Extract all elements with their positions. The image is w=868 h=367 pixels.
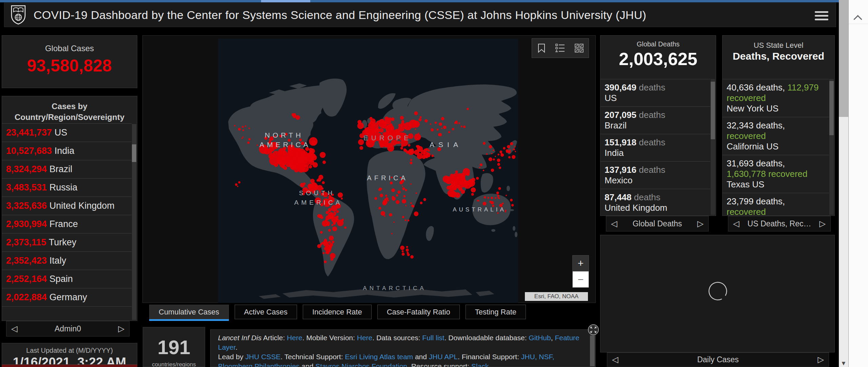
credits-line-2: Lead by JHU CSSE. Technical Support: Esr… bbox=[218, 352, 588, 367]
state-row[interactable]: 23,799 deaths, recovered Florida US bbox=[723, 193, 829, 216]
death-row[interactable]: 137,916 deaths Mexico bbox=[600, 162, 710, 189]
credit-link[interactable]: Here bbox=[287, 334, 302, 342]
state-row[interactable]: 32,343 deaths, recovered California US bbox=[723, 117, 829, 155]
global-deaths-pager: ◁ Global Deaths ▷ bbox=[606, 216, 709, 231]
svg-text:AUSTRALIA: AUSTRALIA bbox=[453, 206, 506, 213]
map-attribution: Esri, FAO, NOAA bbox=[525, 292, 588, 301]
map-tab[interactable]: Incidence Rate bbox=[303, 305, 372, 319]
countries-count-label: countries/regions bbox=[143, 361, 205, 367]
credit-link[interactable]: Full list bbox=[422, 334, 444, 342]
credit-link[interactable]: Here bbox=[357, 334, 373, 342]
daily-cases-panel bbox=[600, 235, 835, 352]
last-updated-value: 1/16/2021, 3:22 AM bbox=[2, 355, 137, 365]
credit-link[interactable]: JHU CSSE bbox=[245, 353, 281, 361]
credits-scrollbar[interactable] bbox=[590, 330, 595, 366]
map-zoom-control: + − bbox=[572, 255, 589, 288]
country-case-list: 23,441,737 US 10,527,683 India 8,324,294… bbox=[2, 123, 132, 321]
us-states-pager: ◁ US Deaths, Rec… ▷ bbox=[728, 216, 831, 231]
global-deaths-label: Global Deaths bbox=[600, 40, 716, 48]
death-row[interactable]: 207,095 deaths Brazil bbox=[600, 107, 710, 134]
deaths-list-scrollbar[interactable] bbox=[711, 79, 715, 215]
covid-dashboard: COVID-19 Dashboard by the Center for Sys… bbox=[0, 0, 868, 367]
pager-prev-icon[interactable]: ◁ bbox=[611, 220, 617, 228]
last-updated-label: Last Updated at (M/D/YYYY) bbox=[2, 347, 137, 354]
scroll-down-icon[interactable]: ▼ bbox=[839, 360, 848, 366]
pager-label[interactable]: US Deaths, Rec… bbox=[739, 219, 819, 228]
country-list-scrollbar[interactable] bbox=[132, 124, 136, 320]
map-toolbar bbox=[532, 38, 589, 58]
credit-link[interactable]: Slack bbox=[471, 362, 489, 367]
death-row[interactable]: 87,448 deaths United Kingdom bbox=[600, 189, 710, 216]
expand-icon[interactable] bbox=[588, 324, 599, 335]
pager-next-icon[interactable]: ▷ bbox=[818, 355, 824, 364]
loading-spinner bbox=[708, 281, 728, 301]
country-case-row[interactable]: 3,325,636 United Kingdom bbox=[2, 197, 132, 215]
pager-prev-icon[interactable]: ◁ bbox=[733, 220, 739, 228]
global-cases-value: 93,580,828 bbox=[2, 56, 137, 76]
page-scrollbar-thumb[interactable] bbox=[839, 0, 848, 117]
legend-icon[interactable] bbox=[555, 43, 565, 53]
world-map[interactable]: NORTHAMERICAEUROPEASIAAFRICASOUTHAMERICA… bbox=[218, 39, 518, 303]
map-tab[interactable]: Testing Rate bbox=[466, 305, 526, 319]
cases-by-country-panel: Cases by Country/Region/Sovereignty 23,4… bbox=[2, 96, 137, 321]
us-states-list: 40,636 deaths, 112,979 recovered New Yor… bbox=[723, 79, 829, 216]
country-case-row[interactable]: 2,373,115 Turkey bbox=[2, 233, 132, 252]
map-tab[interactable]: Cumulative Cases bbox=[149, 305, 229, 319]
country-case-row[interactable]: 3,483,531 Russia bbox=[2, 179, 132, 197]
pager-prev-icon[interactable]: ◁ bbox=[612, 355, 618, 364]
pager-label[interactable]: Global Deaths bbox=[617, 219, 697, 228]
us-states-label1: US State Level bbox=[723, 41, 834, 50]
credit-link[interactable]: Stavros Niarchos Foundation bbox=[315, 362, 407, 367]
map-tab[interactable]: Active Cases bbox=[235, 305, 297, 319]
zoom-out-button[interactable]: − bbox=[573, 271, 589, 287]
country-list-scrollbar-thumb[interactable] bbox=[132, 144, 136, 162]
global-deaths-list: 390,649 deaths US 207,095 deaths Brazil … bbox=[600, 79, 710, 216]
credit-link[interactable]: JHU APL bbox=[429, 353, 458, 361]
states-list-scrollbar-thumb[interactable] bbox=[829, 81, 834, 135]
map-tab[interactable]: Case-Fatality Ratio bbox=[377, 305, 460, 319]
country-list-pager: ◁ Admin0 ▷ bbox=[6, 321, 130, 337]
pager-prev-icon[interactable]: ◁ bbox=[11, 325, 17, 333]
pager-next-icon[interactable]: ▷ bbox=[697, 220, 704, 228]
credits-panel: Lancet Inf Dis Article: Here. Mobile Ver… bbox=[210, 329, 596, 367]
country-case-row[interactable]: 23,441,737 US bbox=[2, 124, 132, 142]
credit-link[interactable]: GitHub bbox=[529, 334, 551, 342]
window-scrollbar[interactable] bbox=[848, 0, 868, 367]
svg-text:ASIA: ASIA bbox=[430, 141, 462, 148]
bookmark-icon[interactable] bbox=[536, 43, 547, 53]
credits-scrollbar-thumb[interactable] bbox=[590, 335, 595, 366]
states-list-scrollbar[interactable] bbox=[829, 79, 834, 215]
page-title: COVID-19 Dashboard by the Center for Sys… bbox=[34, 8, 646, 22]
svg-text:AMERICA: AMERICA bbox=[259, 141, 311, 148]
last-updated-panel: Last Updated at (M/D/YYYY) 1/16/2021, 3:… bbox=[2, 343, 137, 365]
global-deaths-value: 2,003,625 bbox=[600, 49, 716, 69]
country-case-row[interactable]: 2,022,884 Germany bbox=[2, 288, 132, 307]
country-case-row[interactable]: 2,352,423 Italy bbox=[2, 252, 132, 270]
pager-label[interactable]: Daily Cases bbox=[618, 355, 817, 364]
state-row[interactable]: 40,636 deaths, 112,979 recovered New Yor… bbox=[723, 79, 829, 117]
map-tabs: Cumulative Cases Active Cases Incidence … bbox=[149, 305, 526, 319]
daily-cases-pager: ◁ Daily Cases ▷ bbox=[607, 352, 829, 367]
country-case-row[interactable]: 8,324,294 Brazil bbox=[2, 160, 132, 179]
death-row[interactable]: 390,649 deaths US bbox=[600, 79, 710, 107]
page-scrollbar[interactable]: ▼ bbox=[839, 0, 848, 367]
deaths-list-scrollbar-thumb[interactable] bbox=[711, 82, 715, 139]
country-case-row[interactable]: 2,252,164 Spain bbox=[2, 270, 132, 288]
country-case-row[interactable]: 10,527,683 India bbox=[2, 142, 132, 160]
pager-next-icon[interactable]: ▷ bbox=[820, 220, 826, 228]
us-states-label2: Deaths, Recovered bbox=[723, 50, 834, 62]
pager-next-icon[interactable]: ▷ bbox=[118, 325, 124, 333]
state-row[interactable]: 31,693 deaths, 1,630,778 recovered Texas… bbox=[723, 155, 829, 193]
basemap-icon[interactable] bbox=[574, 43, 584, 53]
global-deaths-panel: Global Deaths 2,003,625 390,649 deaths U… bbox=[600, 35, 716, 216]
death-row[interactable]: 151,918 deaths India bbox=[600, 134, 710, 162]
country-case-row[interactable]: 2,930,994 France bbox=[2, 215, 132, 233]
zoom-in-button[interactable]: + bbox=[573, 256, 589, 271]
pager-label[interactable]: Admin0 bbox=[17, 324, 118, 333]
us-states-panel: US State Level Deaths, Recovered 40,636 … bbox=[722, 35, 835, 216]
hamburger-icon[interactable] bbox=[815, 9, 828, 21]
svg-text:NORTH: NORTH bbox=[265, 131, 303, 139]
countries-count-panel: 191 countries/regions bbox=[143, 327, 205, 367]
global-cases-label: Global Cases bbox=[2, 44, 137, 53]
credit-link[interactable]: Esri Living Atlas team bbox=[345, 353, 413, 361]
